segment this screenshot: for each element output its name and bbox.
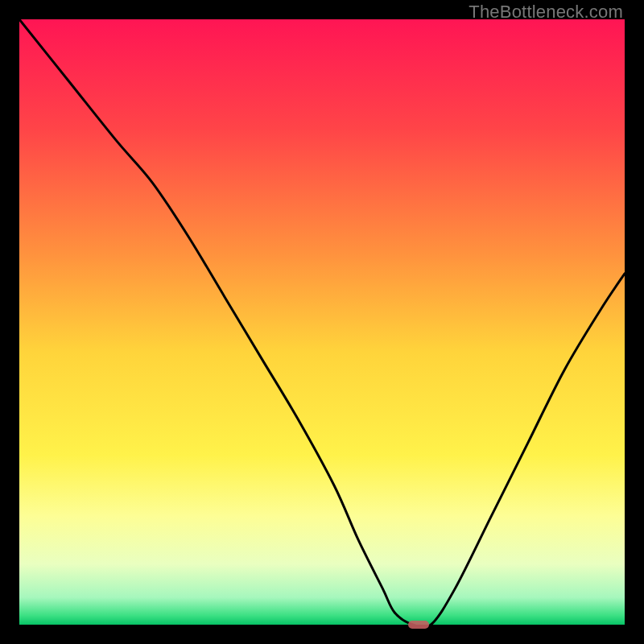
optimal-marker: [408, 621, 429, 629]
chart-plot-area: [19, 19, 625, 625]
watermark-text: TheBottleneck.com: [469, 2, 623, 23]
bottleneck-curve: [19, 19, 625, 625]
